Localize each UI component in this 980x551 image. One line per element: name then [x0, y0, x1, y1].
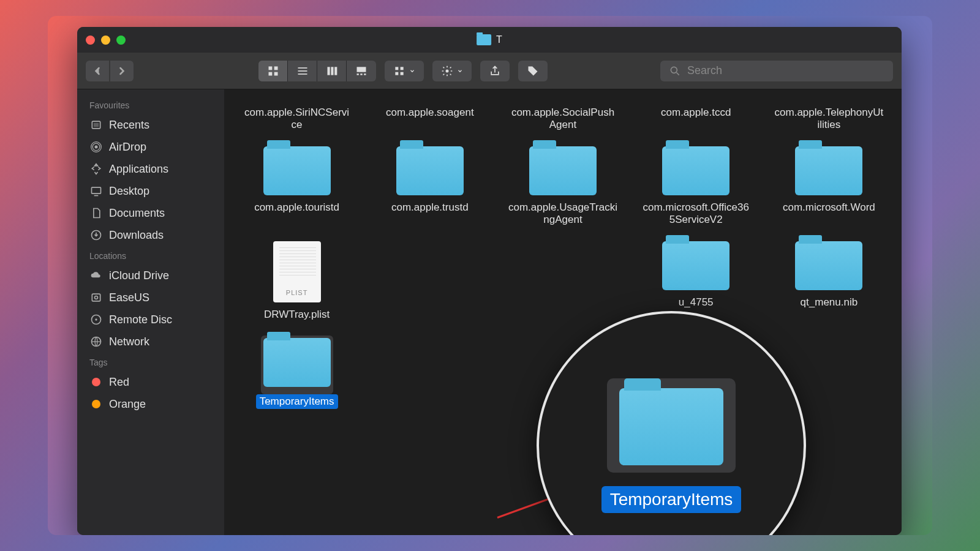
network-icon: [89, 335, 103, 348]
sidebar-item-airdrop[interactable]: AirDrop: [77, 136, 224, 158]
file-label: com.apple.TelephonyUtilities: [771, 105, 887, 133]
search-icon: [669, 65, 681, 77]
toolbar: [77, 53, 902, 89]
close-button[interactable]: [86, 36, 95, 45]
file-item[interactable]: com.microsoft.Office365ServiceV2: [632, 143, 760, 231]
file-item[interactable]: com.microsoft.Word: [765, 143, 893, 231]
file-item[interactable]: com.apple.SiriNCService: [233, 102, 361, 137]
minimize-button[interactable]: [101, 36, 110, 45]
svg-point-22: [95, 146, 98, 149]
arrange-button[interactable]: [385, 61, 424, 81]
file-label: com.apple.touristd: [251, 200, 343, 215]
title-text: T: [496, 34, 502, 45]
desktop-icon: [89, 184, 103, 198]
apps-icon: [89, 162, 103, 176]
grid-small-icon: [393, 65, 405, 77]
sidebar-item-tag-red[interactable]: Red: [77, 371, 224, 393]
svg-point-28: [95, 296, 98, 299]
folder-icon: [795, 241, 862, 290]
fullscreen-button[interactable]: [116, 36, 126, 45]
icon-view-button[interactable]: [258, 61, 288, 81]
tag-icon: [527, 65, 539, 77]
gallery-icon: [355, 65, 368, 77]
view-mode-buttons: [258, 61, 376, 81]
file-item[interactable]: com.apple.tccd: [632, 102, 760, 137]
sidebar-item-tag-orange[interactable]: Orange: [77, 393, 224, 415]
svg-rect-21: [94, 123, 99, 127]
svg-rect-13: [364, 73, 366, 75]
window-title: T: [477, 34, 502, 45]
sidebar-item-remote-disc[interactable]: Remote Disc: [77, 309, 224, 331]
columns-icon: [326, 65, 338, 77]
sidebar-item-label: Downloads: [109, 229, 164, 242]
folder-icon: [263, 338, 331, 387]
file-label: com.apple.SocialPushAgent: [505, 105, 621, 133]
sidebar-item-icloud[interactable]: iCloud Drive: [77, 264, 224, 287]
svg-rect-12: [360, 73, 362, 75]
disc-icon: [89, 313, 103, 326]
list-icon: [296, 65, 309, 77]
svg-rect-4: [298, 67, 307, 69]
back-button[interactable]: [86, 61, 109, 81]
svg-rect-3: [274, 72, 277, 75]
file-label: DRWTray.plist: [260, 307, 333, 322]
downloads-icon: [89, 228, 103, 242]
svg-rect-9: [334, 67, 337, 75]
svg-rect-11: [357, 73, 359, 75]
sidebar-item-label: Desktop: [109, 185, 149, 198]
forward-button[interactable]: [110, 61, 134, 81]
magnifier-label: TemporaryItems: [601, 486, 742, 513]
sidebar-item-label: EaseUS: [109, 291, 149, 304]
sidebar-item-easeus[interactable]: EaseUS: [77, 287, 224, 309]
file-item-plist[interactable]: DRWTray.plist: [233, 238, 361, 326]
sidebar-item-network[interactable]: Network: [77, 331, 224, 353]
file-item[interactable]: com.apple.UsageTrackingAgent: [499, 143, 627, 231]
sidebar-item-recents[interactable]: Recents: [77, 114, 224, 136]
file-item[interactable]: com.apple.SocialPushAgent: [499, 102, 627, 137]
folder-icon: [619, 388, 723, 465]
sidebar-item-applications[interactable]: Applications: [77, 158, 224, 180]
file-item[interactable]: com.apple.TelephonyUtilities: [765, 102, 893, 137]
file-item[interactable]: com.apple.touristd: [233, 143, 361, 231]
share-button[interactable]: [480, 61, 510, 81]
sidebar-item-label: Red: [109, 376, 129, 389]
titlebar: T: [77, 27, 902, 53]
tags-button[interactable]: [518, 61, 548, 81]
svg-point-19: [671, 67, 677, 73]
sidebar-item-label: Recents: [109, 119, 149, 132]
svg-rect-5: [298, 70, 307, 72]
file-item[interactable]: qt_menu.nib: [765, 238, 893, 326]
gallery-view-button[interactable]: [347, 61, 376, 81]
search-input[interactable]: [687, 64, 884, 77]
chevron-left-icon: [91, 65, 104, 77]
folder-icon: [795, 146, 862, 195]
file-item[interactable]: com.apple.soagent: [366, 102, 494, 137]
svg-point-18: [446, 69, 449, 72]
file-label: com.apple.soagent: [382, 105, 478, 120]
airdrop-icon: [89, 140, 103, 154]
list-view-button[interactable]: [288, 61, 317, 81]
search-box[interactable]: [660, 61, 893, 81]
grid-icon: [267, 65, 279, 77]
svg-rect-14: [395, 67, 398, 70]
svg-rect-6: [298, 73, 307, 75]
chevron-down-icon: [409, 68, 415, 74]
file-item-selected[interactable]: TemporaryItems: [233, 332, 361, 413]
svg-rect-1: [274, 66, 277, 70]
sidebar-item-documents[interactable]: Documents: [77, 202, 224, 224]
sidebar-item-label: Network: [109, 335, 149, 348]
column-view-button[interactable]: [317, 61, 347, 81]
annotation-arrow: [497, 498, 549, 519]
file-label: com.apple.UsageTrackingAgent: [505, 200, 621, 228]
sidebar-item-desktop[interactable]: Desktop: [77, 180, 224, 202]
svg-rect-17: [401, 72, 404, 75]
chevron-down-icon: [457, 68, 463, 74]
sidebar-item-downloads[interactable]: Downloads: [77, 224, 224, 246]
sidebar-heading-tags: Tags: [77, 353, 224, 371]
action-button[interactable]: [432, 61, 472, 81]
svg-rect-27: [92, 294, 100, 301]
svg-rect-8: [331, 67, 333, 75]
chevron-right-icon: [116, 65, 128, 77]
svg-rect-15: [401, 67, 404, 70]
file-item[interactable]: com.apple.trustd: [366, 143, 494, 231]
